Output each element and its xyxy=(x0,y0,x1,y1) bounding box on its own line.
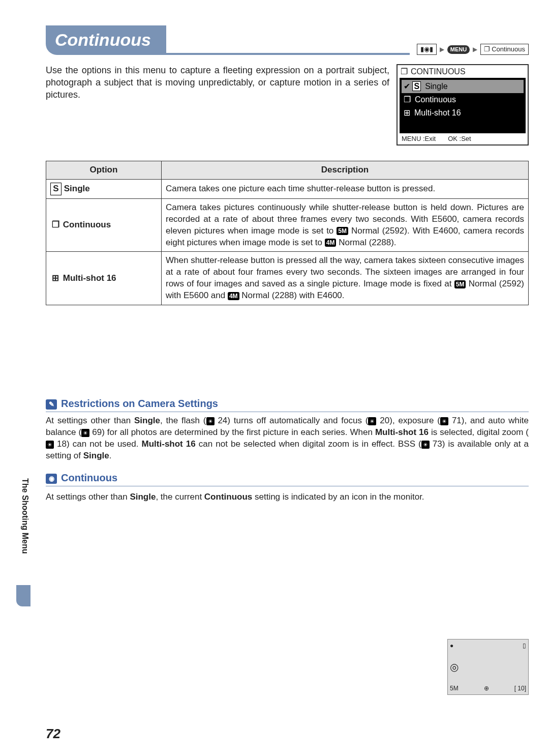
note-restrictions: At settings other than Single, the flash… xyxy=(46,415,529,462)
ref-icon: ☀ xyxy=(440,417,448,425)
shots-remaining: [ 10] xyxy=(514,684,526,692)
battery-icon: ▯ xyxy=(523,642,526,650)
intro-text: Use the options in this menu to capture … xyxy=(46,64,389,101)
col-desc: Description xyxy=(162,161,529,179)
options-table: OptionDescription S Single Camera takes … xyxy=(46,161,529,305)
lcd-heading: CONTINUOUS xyxy=(411,66,466,77)
pencil-icon: ✎ xyxy=(46,399,57,410)
continuous-icon: ❐ xyxy=(50,219,60,231)
continuous-indicator-icon: ◎ xyxy=(450,660,526,674)
chevron-right-icon: ▶ xyxy=(440,45,444,53)
size-badge: 5M xyxy=(450,684,459,692)
desc-continuous: Camera takes pictures continuously while… xyxy=(162,198,529,252)
lcd-preview: ❐CONTINUOUS ✔ SSingle ❐Continuous ⊞Multi… xyxy=(396,64,529,146)
desc-multishot: When shutter-release button is pressed a… xyxy=(162,252,529,305)
title-rule xyxy=(166,53,410,55)
note-continuous: At settings other than Single, the curre… xyxy=(46,491,529,503)
desc-single: Camera takes one picture each time shutt… xyxy=(162,179,529,198)
lcd-foot-exit: MENU :Exit xyxy=(402,134,436,143)
lcd-item: ✔ SSingle xyxy=(402,80,524,93)
chevron-right-icon: ▶ xyxy=(473,45,477,53)
side-tab: The Shooting Menu xyxy=(19,478,30,554)
rec-icon: ● xyxy=(450,642,453,650)
page-title: Continuous xyxy=(46,25,166,55)
lcd-item: ⊞Multi-shot 16 xyxy=(402,106,524,120)
single-icon: S xyxy=(50,183,62,195)
lcd-item: ❐Continuous xyxy=(402,93,524,106)
note-heading: ✎Restrictions on Camera Settings xyxy=(46,397,529,412)
continuous-icon: ❐ xyxy=(401,66,408,77)
multishot-icon: ⊞ xyxy=(50,273,60,284)
table-row: ❐ Continuous Camera takes pictures conti… xyxy=(46,198,529,252)
lcd-foot-set: OK :Set xyxy=(448,134,471,143)
note-heading: ◉Continuous xyxy=(46,471,529,486)
mode-icon: ▮◉▮ xyxy=(417,44,437,55)
monitor-preview: ●▯ ◎ 5M⊕[ 10] xyxy=(447,639,529,695)
table-row: S Single Camera takes one picture each t… xyxy=(46,179,529,198)
camera-icon: ◉ xyxy=(46,474,57,484)
ref-icon: ☀ xyxy=(206,417,215,425)
ref-icon: ☀ xyxy=(46,441,54,449)
menu-badge: MENU xyxy=(447,45,470,54)
table-row: ⊞ Multi-shot 16 When shutter-release but… xyxy=(46,252,529,305)
breadcrumb-item: ❐ Continuous xyxy=(480,44,529,55)
col-option: Option xyxy=(46,161,162,179)
target-icon: ⊕ xyxy=(484,684,489,692)
side-tab-icon xyxy=(16,585,30,606)
ref-icon: ☀ xyxy=(421,441,430,449)
ref-icon: ☀ xyxy=(81,429,89,437)
page-number: 72 xyxy=(46,725,60,743)
breadcrumb: ▮◉▮ ▶ MENU ▶ ❐ Continuous xyxy=(417,44,529,55)
ref-icon: ☀ xyxy=(368,417,376,425)
